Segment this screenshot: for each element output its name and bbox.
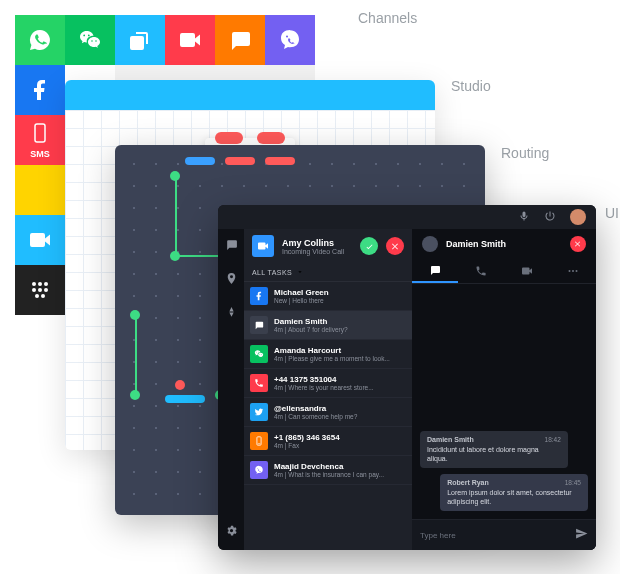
task-name: Maajid Devchenca [274,462,384,471]
ui-panel: Amy Collins Incoming Video Call ALL TASK… [218,205,596,550]
task-sub: 4m | Can someone help me? [274,413,357,420]
task-sub: New | Hello there [274,297,329,304]
incoming-sub: Incoming Video Call [282,248,352,255]
rail-dir-icon[interactable] [225,305,238,323]
label-ui: UI [605,205,619,221]
incoming-name: Amy Collins [282,238,352,248]
channel-tile-viber[interactable] [265,15,315,65]
chat-header: Damien Smith [412,229,596,259]
chat-tabs [412,259,596,284]
task-sub: 4m | About 7 for delivery? [274,326,348,333]
channel-tile-copy[interactable] [115,15,165,65]
ui-topbar [218,205,596,229]
msg-author: Damien Smith [427,436,474,443]
task-item[interactable]: Damien Smith4m | About 7 for delivery? [244,311,412,340]
task-list: Amy Collins Incoming Video Call ALL TASK… [244,229,412,550]
task-name: @ellensandra [274,404,357,413]
avatar[interactable] [570,209,586,225]
msg-time: 18:42 [545,436,561,443]
twitter-icon [250,403,268,421]
chat-avatar [422,236,438,252]
chat-input[interactable]: Type here [412,519,596,550]
mic-icon[interactable] [518,208,530,226]
accept-button[interactable] [360,237,378,255]
rail-gear-icon[interactable] [225,522,238,540]
msg-time: 18:45 [565,479,581,486]
sms-icon [250,432,268,450]
label-studio: Studio [451,78,491,94]
tab-chat[interactable] [412,259,458,283]
task-item[interactable]: @ellensandra4m | Can someone help me? [244,398,412,427]
chat-placeholder: Type here [420,531,575,540]
tab-more[interactable] [550,259,596,283]
tab-phone[interactable] [458,259,504,283]
task-item[interactable]: Maajid Devchenca4m | What is the insuran… [244,456,412,485]
msg-body: Lorem ipsum dolor sit amet, consectetur … [447,488,581,506]
msg-author: Robert Ryan [447,479,489,486]
channel-tile-video[interactable] [165,15,215,65]
channel-tile-video[interactable] [15,215,65,265]
chat-title: Damien Smith [446,239,562,249]
svg-point-13 [572,270,574,272]
channel-tile-bbm[interactable] [15,265,65,315]
task-item[interactable]: +44 1375 3510044m | Where is your neares… [244,369,412,398]
task-sub: 4m | What is the insurance I can pay... [274,471,384,478]
channel-tile-blank [15,165,65,215]
ui-rail [218,229,244,550]
facebook-icon [250,287,268,305]
decline-button[interactable] [386,237,404,255]
task-sub: 4m | Fax [274,442,340,449]
all-tasks-header[interactable]: ALL TASKS [244,263,412,282]
rail-chat-icon[interactable] [225,237,238,255]
rail-pin-icon[interactable] [225,271,238,289]
svg-point-12 [569,270,571,272]
task-name: Michael Green [274,288,329,297]
channel-tile-chat[interactable] [215,15,265,65]
chat-body: Damien Smith18:42Incididunt ut labore et… [412,284,596,519]
task-name: +1 (865) 346 3654 [274,433,340,442]
label-routing: Routing [501,145,549,161]
viber-icon [250,461,268,479]
chevron-down-icon [296,268,304,276]
channel-tile-facebook[interactable] [15,65,65,115]
task-name: Amanda Harcourt [274,346,390,355]
incoming-call-row: Amy Collins Incoming Video Call [244,229,412,263]
channel-tile-whatsapp[interactable] [15,15,65,65]
task-item[interactable]: +1 (865) 346 36544m | Fax [244,427,412,456]
label-channels: Channels [358,10,417,26]
chat-panel: Damien Smith Damien Smith18:42Incididunt… [412,229,596,550]
video-icon [252,235,274,257]
svg-point-14 [576,270,578,272]
wechat-icon [250,345,268,363]
message: Damien Smith18:42Incididunt ut labore et… [420,431,568,468]
task-name: Damien Smith [274,317,348,326]
channel-tile-sms[interactable]: SMS [15,115,65,165]
chat-icon [250,316,268,334]
phone-icon [250,374,268,392]
msg-body: Incididunt ut labore et dolore magna ali… [427,445,561,463]
tab-video[interactable] [504,259,550,283]
close-button[interactable] [570,236,586,252]
message: Robert Ryan18:45Lorem ipsum dolor sit am… [440,474,588,511]
task-item[interactable]: Michael GreenNew | Hello there [244,282,412,311]
task-sub: 4m | Where is your nearest store... [274,384,374,391]
channel-tile-wechat[interactable] [65,15,115,65]
power-icon[interactable] [544,208,556,226]
task-sub: 4m | Please give me a moment to look... [274,355,390,362]
studio-header [65,80,435,110]
task-item[interactable]: Amanda Harcourt4m | Please give me a mom… [244,340,412,369]
send-icon[interactable] [575,526,588,544]
task-name: +44 1375 351004 [274,375,374,384]
